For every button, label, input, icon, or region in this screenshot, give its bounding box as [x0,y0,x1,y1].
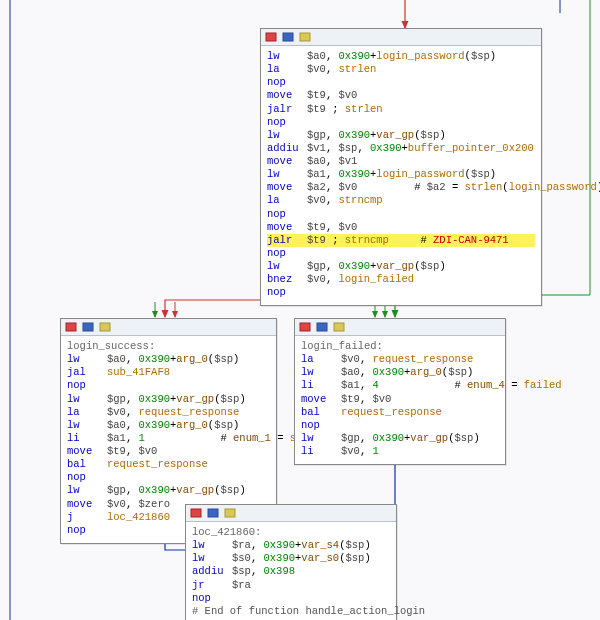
svg-rect-6 [300,323,310,331]
asm-line[interactable]: li$a1, 1 # enum_1 = success [67,432,270,445]
breakpoint-icon[interactable] [298,321,312,333]
asm-line[interactable]: jalsub_41FAF8 [67,366,270,379]
collapse-icon[interactable] [298,31,312,43]
block-label: loc_421860: [192,526,390,539]
svg-rect-5 [100,323,110,331]
asm-line[interactable]: balrequest_response [67,458,270,471]
asm-line[interactable]: move$t9, $v0 [267,221,535,234]
asm-line[interactable]: jalr$t9 ; strncmp # ZDI-CAN-9471 [267,234,535,247]
asm-line[interactable]: nop [267,76,535,89]
asm-line[interactable]: bnez$v0, login_failed [267,273,535,286]
toggle-icon[interactable] [315,321,329,333]
asm-line[interactable]: la$v0, strlen [267,63,535,76]
asm-line[interactable]: li$a1, 4 # enum_4 = failed [301,379,499,392]
asm-line[interactable]: jalr$t9 ; strlen [267,103,535,116]
asm-line[interactable]: addiu$v1, $sp, 0x390+buffer_pointer_0x20… [267,142,535,155]
asm-line[interactable]: la$v0, request_response [67,406,270,419]
svg-rect-11 [225,509,235,517]
block-body-top: lw$a0, 0x390+login_password($sp)la$v0, s… [261,46,541,305]
asm-line[interactable]: balrequest_response [301,406,499,419]
block-body-login-failed: login_failed:la$v0, request_responselw$a… [295,336,505,464]
breakpoint-icon[interactable] [64,321,78,333]
block-titlebar [186,505,396,522]
svg-rect-9 [191,509,201,517]
svg-rect-8 [334,323,344,331]
breakpoint-icon[interactable] [264,31,278,43]
svg-rect-2 [300,33,310,41]
block-top[interactable]: lw$a0, 0x390+login_password($sp)la$v0, s… [260,28,542,306]
svg-rect-0 [266,33,276,41]
asm-line[interactable]: lw$gp, 0x390+var_gp($sp) [267,129,535,142]
asm-line[interactable]: nop [267,116,535,129]
block-label: login_failed: [301,340,499,353]
asm-line[interactable]: lw$gp, 0x390+var_gp($sp) [301,432,499,445]
svg-rect-10 [208,509,218,517]
asm-line[interactable]: addiu$sp, 0x398 [192,565,390,578]
asm-line[interactable]: move$a2, $v0 # $a2 = strlen(login_passwo… [267,181,535,194]
asm-line[interactable]: # End of function handle_action_login [192,605,390,618]
svg-rect-4 [83,323,93,331]
block-body-loc-421860: loc_421860:lw$ra, 0x390+var_s4($sp)lw$s0… [186,522,396,620]
block-titlebar [295,319,505,336]
block-login-failed[interactable]: login_failed:la$v0, request_responselw$a… [294,318,506,465]
asm-line[interactable]: move$t9, $v0 [267,89,535,102]
asm-line[interactable]: jr$ra [192,579,390,592]
asm-line[interactable]: lw$a0, 0x390+arg_0($sp) [67,353,270,366]
svg-rect-1 [283,33,293,41]
collapse-icon[interactable] [223,507,237,519]
asm-line[interactable]: la$v0, request_response [301,353,499,366]
asm-line[interactable]: lw$gp, 0x390+var_gp($sp) [67,484,270,497]
asm-line[interactable]: lw$a1, 0x390+login_password($sp) [267,168,535,181]
asm-line[interactable]: nop [67,379,270,392]
asm-line[interactable]: move$t9, $v0 [67,445,270,458]
asm-line[interactable]: move$t9, $v0 [301,393,499,406]
asm-line[interactable]: move$a0, $v1 [267,155,535,168]
toggle-icon[interactable] [81,321,95,333]
collapse-icon[interactable] [332,321,346,333]
asm-line[interactable]: la$v0, strncmp [267,194,535,207]
asm-line[interactable]: nop [267,208,535,221]
asm-line[interactable]: lw$ra, 0x390+var_s4($sp) [192,539,390,552]
block-titlebar [61,319,276,336]
block-label: login_success: [67,340,270,353]
svg-rect-3 [66,323,76,331]
asm-line[interactable]: lw$gp, 0x390+var_gp($sp) [67,393,270,406]
svg-rect-7 [317,323,327,331]
collapse-icon[interactable] [98,321,112,333]
asm-line[interactable]: nop [192,592,390,605]
asm-line[interactable]: nop [301,419,499,432]
asm-line[interactable]: lw$s0, 0x390+var_s0($sp) [192,552,390,565]
asm-line[interactable]: lw$a0, 0x390+arg_0($sp) [301,366,499,379]
asm-line[interactable]: nop [267,286,535,299]
asm-line[interactable]: li$v0, 1 [301,445,499,458]
toggle-icon[interactable] [206,507,220,519]
asm-line[interactable]: lw$gp, 0x390+var_gp($sp) [267,260,535,273]
asm-line[interactable]: lw$a0, 0x390+login_password($sp) [267,50,535,63]
toggle-icon[interactable] [281,31,295,43]
asm-line[interactable]: lw$a0, 0x390+arg_0($sp) [67,419,270,432]
breakpoint-icon[interactable] [189,507,203,519]
block-titlebar [261,29,541,46]
asm-line[interactable]: nop [267,247,535,260]
asm-line[interactable]: nop [67,471,270,484]
block-loc-421860[interactable]: loc_421860:lw$ra, 0x390+var_s4($sp)lw$s0… [185,504,397,620]
